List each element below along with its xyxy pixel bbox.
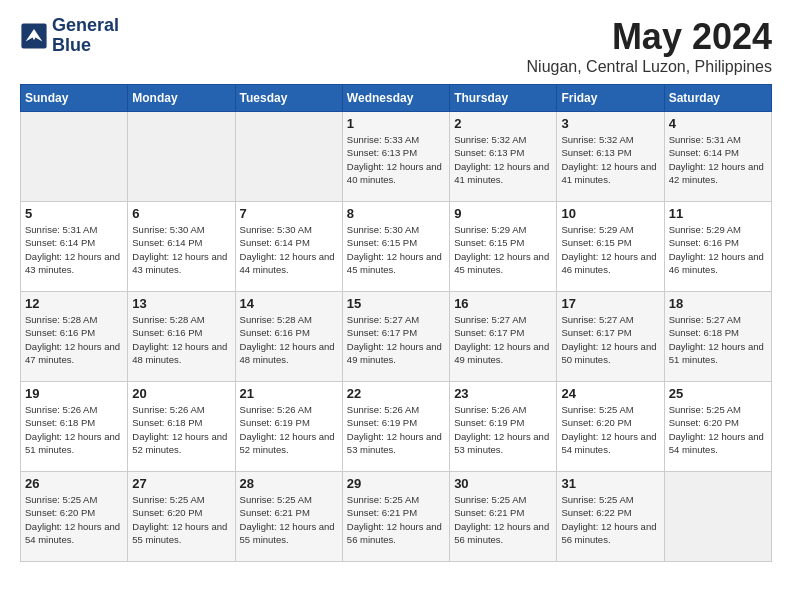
day-info: Sunrise: 5:27 AM Sunset: 6:17 PM Dayligh…	[454, 313, 552, 366]
day-number: 15	[347, 296, 445, 311]
day-info: Sunrise: 5:25 AM Sunset: 6:20 PM Dayligh…	[132, 493, 230, 546]
day-info: Sunrise: 5:28 AM Sunset: 6:16 PM Dayligh…	[240, 313, 338, 366]
calendar-table: SundayMondayTuesdayWednesdayThursdayFrid…	[20, 84, 772, 562]
calendar-week-row: 1Sunrise: 5:33 AM Sunset: 6:13 PM Daylig…	[21, 112, 772, 202]
calendar-cell: 23Sunrise: 5:26 AM Sunset: 6:19 PM Dayli…	[450, 382, 557, 472]
page-subtitle: Niugan, Central Luzon, Philippines	[527, 58, 772, 76]
day-info: Sunrise: 5:29 AM Sunset: 6:16 PM Dayligh…	[669, 223, 767, 276]
calendar-cell: 7Sunrise: 5:30 AM Sunset: 6:14 PM Daylig…	[235, 202, 342, 292]
calendar-cell: 16Sunrise: 5:27 AM Sunset: 6:17 PM Dayli…	[450, 292, 557, 382]
day-header-wednesday: Wednesday	[342, 85, 449, 112]
day-number: 19	[25, 386, 123, 401]
day-info: Sunrise: 5:26 AM Sunset: 6:18 PM Dayligh…	[25, 403, 123, 456]
day-info: Sunrise: 5:26 AM Sunset: 6:19 PM Dayligh…	[454, 403, 552, 456]
page-title: May 2024	[527, 16, 772, 58]
day-info: Sunrise: 5:25 AM Sunset: 6:20 PM Dayligh…	[561, 403, 659, 456]
calendar-cell	[235, 112, 342, 202]
calendar-cell: 1Sunrise: 5:33 AM Sunset: 6:13 PM Daylig…	[342, 112, 449, 202]
calendar-cell: 15Sunrise: 5:27 AM Sunset: 6:17 PM Dayli…	[342, 292, 449, 382]
day-info: Sunrise: 5:29 AM Sunset: 6:15 PM Dayligh…	[561, 223, 659, 276]
calendar-cell	[664, 472, 771, 562]
calendar-cell: 13Sunrise: 5:28 AM Sunset: 6:16 PM Dayli…	[128, 292, 235, 382]
day-info: Sunrise: 5:27 AM Sunset: 6:17 PM Dayligh…	[561, 313, 659, 366]
calendar-cell: 18Sunrise: 5:27 AM Sunset: 6:18 PM Dayli…	[664, 292, 771, 382]
day-info: Sunrise: 5:30 AM Sunset: 6:14 PM Dayligh…	[240, 223, 338, 276]
logo-icon	[20, 22, 48, 50]
day-info: Sunrise: 5:31 AM Sunset: 6:14 PM Dayligh…	[25, 223, 123, 276]
calendar-cell	[128, 112, 235, 202]
day-info: Sunrise: 5:28 AM Sunset: 6:16 PM Dayligh…	[25, 313, 123, 366]
calendar-cell: 11Sunrise: 5:29 AM Sunset: 6:16 PM Dayli…	[664, 202, 771, 292]
calendar-cell: 2Sunrise: 5:32 AM Sunset: 6:13 PM Daylig…	[450, 112, 557, 202]
day-header-tuesday: Tuesday	[235, 85, 342, 112]
day-number: 16	[454, 296, 552, 311]
day-number: 8	[347, 206, 445, 221]
day-header-thursday: Thursday	[450, 85, 557, 112]
day-header-monday: Monday	[128, 85, 235, 112]
day-header-saturday: Saturday	[664, 85, 771, 112]
day-number: 9	[454, 206, 552, 221]
calendar-header-row: SundayMondayTuesdayWednesdayThursdayFrid…	[21, 85, 772, 112]
calendar-cell: 25Sunrise: 5:25 AM Sunset: 6:20 PM Dayli…	[664, 382, 771, 472]
calendar-cell: 4Sunrise: 5:31 AM Sunset: 6:14 PM Daylig…	[664, 112, 771, 202]
calendar-cell: 14Sunrise: 5:28 AM Sunset: 6:16 PM Dayli…	[235, 292, 342, 382]
calendar-cell: 8Sunrise: 5:30 AM Sunset: 6:15 PM Daylig…	[342, 202, 449, 292]
calendar-cell: 3Sunrise: 5:32 AM Sunset: 6:13 PM Daylig…	[557, 112, 664, 202]
day-number: 7	[240, 206, 338, 221]
day-number: 12	[25, 296, 123, 311]
day-number: 10	[561, 206, 659, 221]
day-info: Sunrise: 5:30 AM Sunset: 6:15 PM Dayligh…	[347, 223, 445, 276]
calendar-cell: 20Sunrise: 5:26 AM Sunset: 6:18 PM Dayli…	[128, 382, 235, 472]
day-number: 4	[669, 116, 767, 131]
day-header-sunday: Sunday	[21, 85, 128, 112]
day-number: 11	[669, 206, 767, 221]
day-number: 29	[347, 476, 445, 491]
day-number: 17	[561, 296, 659, 311]
day-number: 18	[669, 296, 767, 311]
day-info: Sunrise: 5:29 AM Sunset: 6:15 PM Dayligh…	[454, 223, 552, 276]
day-info: Sunrise: 5:27 AM Sunset: 6:18 PM Dayligh…	[669, 313, 767, 366]
day-number: 30	[454, 476, 552, 491]
calendar-cell: 6Sunrise: 5:30 AM Sunset: 6:14 PM Daylig…	[128, 202, 235, 292]
day-info: Sunrise: 5:26 AM Sunset: 6:18 PM Dayligh…	[132, 403, 230, 456]
day-number: 3	[561, 116, 659, 131]
day-info: Sunrise: 5:26 AM Sunset: 6:19 PM Dayligh…	[240, 403, 338, 456]
logo-text: General Blue	[52, 16, 119, 56]
calendar-cell: 10Sunrise: 5:29 AM Sunset: 6:15 PM Dayli…	[557, 202, 664, 292]
day-info: Sunrise: 5:25 AM Sunset: 6:22 PM Dayligh…	[561, 493, 659, 546]
calendar-week-row: 26Sunrise: 5:25 AM Sunset: 6:20 PM Dayli…	[21, 472, 772, 562]
day-number: 2	[454, 116, 552, 131]
calendar-week-row: 12Sunrise: 5:28 AM Sunset: 6:16 PM Dayli…	[21, 292, 772, 382]
title-block: May 2024 Niugan, Central Luzon, Philippi…	[527, 16, 772, 76]
day-number: 14	[240, 296, 338, 311]
calendar-cell: 9Sunrise: 5:29 AM Sunset: 6:15 PM Daylig…	[450, 202, 557, 292]
day-info: Sunrise: 5:25 AM Sunset: 6:21 PM Dayligh…	[454, 493, 552, 546]
day-number: 23	[454, 386, 552, 401]
day-number: 13	[132, 296, 230, 311]
day-number: 24	[561, 386, 659, 401]
day-number: 1	[347, 116, 445, 131]
calendar-cell: 27Sunrise: 5:25 AM Sunset: 6:20 PM Dayli…	[128, 472, 235, 562]
calendar-cell: 26Sunrise: 5:25 AM Sunset: 6:20 PM Dayli…	[21, 472, 128, 562]
calendar-cell: 12Sunrise: 5:28 AM Sunset: 6:16 PM Dayli…	[21, 292, 128, 382]
day-info: Sunrise: 5:25 AM Sunset: 6:20 PM Dayligh…	[25, 493, 123, 546]
day-info: Sunrise: 5:25 AM Sunset: 6:21 PM Dayligh…	[347, 493, 445, 546]
day-info: Sunrise: 5:25 AM Sunset: 6:20 PM Dayligh…	[669, 403, 767, 456]
day-number: 27	[132, 476, 230, 491]
day-number: 5	[25, 206, 123, 221]
calendar-week-row: 5Sunrise: 5:31 AM Sunset: 6:14 PM Daylig…	[21, 202, 772, 292]
calendar-cell: 30Sunrise: 5:25 AM Sunset: 6:21 PM Dayli…	[450, 472, 557, 562]
day-info: Sunrise: 5:30 AM Sunset: 6:14 PM Dayligh…	[132, 223, 230, 276]
day-info: Sunrise: 5:32 AM Sunset: 6:13 PM Dayligh…	[561, 133, 659, 186]
day-info: Sunrise: 5:31 AM Sunset: 6:14 PM Dayligh…	[669, 133, 767, 186]
logo: General Blue	[20, 16, 119, 56]
day-info: Sunrise: 5:33 AM Sunset: 6:13 PM Dayligh…	[347, 133, 445, 186]
calendar-cell: 28Sunrise: 5:25 AM Sunset: 6:21 PM Dayli…	[235, 472, 342, 562]
calendar-cell: 21Sunrise: 5:26 AM Sunset: 6:19 PM Dayli…	[235, 382, 342, 472]
day-number: 25	[669, 386, 767, 401]
calendar-cell: 29Sunrise: 5:25 AM Sunset: 6:21 PM Dayli…	[342, 472, 449, 562]
day-number: 21	[240, 386, 338, 401]
day-info: Sunrise: 5:25 AM Sunset: 6:21 PM Dayligh…	[240, 493, 338, 546]
day-number: 20	[132, 386, 230, 401]
day-number: 6	[132, 206, 230, 221]
